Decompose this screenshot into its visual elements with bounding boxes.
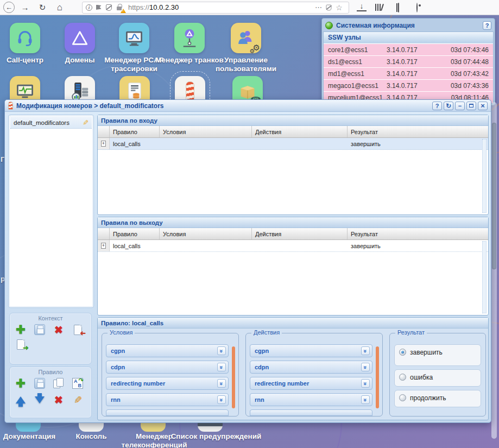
- dialog-help-button[interactable]: ?: [432, 102, 442, 110]
- column-header[interactable]: Правило: [110, 126, 160, 137]
- rule-save-button[interactable]: [33, 377, 46, 390]
- column-header[interactable]: Результат: [348, 126, 488, 137]
- forward-button[interactable]: →: [18, 1, 32, 14]
- back-button[interactable]: ←: [3, 2, 15, 13]
- table-row[interactable]: megaco1@ecss1 3.14.0.717 03d 07:43:36: [324, 80, 493, 91]
- result-option-finish[interactable]: завершить: [394, 344, 481, 366]
- chevron-down-icon[interactable]: »: [361, 395, 370, 404]
- action-dropdown[interactable]: cdpn »: [250, 361, 372, 374]
- system-info-help-button[interactable]: ?: [483, 21, 491, 30]
- insecure-lock-icon[interactable]: [115, 3, 123, 11]
- row-expand-button[interactable]: +: [101, 141, 106, 147]
- context-save-button[interactable]: [33, 323, 46, 336]
- actions-scrollbar[interactable]: [376, 346, 379, 408]
- home-button[interactable]: ⌂: [53, 1, 67, 14]
- dialog-close-button[interactable]: ×: [478, 102, 488, 110]
- site-info-icon[interactable]: i: [86, 4, 92, 11]
- row-expand-button[interactable]: +: [101, 243, 106, 249]
- node-version: 3.14.0.717: [387, 58, 437, 66]
- rule-copy-button[interactable]: [52, 377, 65, 390]
- table-scrollbar[interactable]: [482, 241, 487, 313]
- table-row[interactable]: + local_calls завершить: [98, 240, 488, 252]
- radio-icon[interactable]: [399, 394, 406, 401]
- chevron-down-icon[interactable]: »: [361, 379, 370, 388]
- table-row[interactable]: core1@ecss1 3.14.0.717 03d 07:43:46: [324, 44, 493, 55]
- context-add-button[interactable]: ✚: [14, 323, 27, 336]
- bookmark-star-icon[interactable]: ☆: [335, 3, 343, 11]
- result-option-continue[interactable]: продолжить: [394, 390, 481, 407]
- table-row[interactable]: md1@ecss1 3.14.0.717 03d 07:43:42: [324, 68, 493, 79]
- permissions-icon[interactable]: [94, 3, 103, 11]
- app-icon-label[interactable]: Список предупреждений: [170, 432, 262, 441]
- result-option-error[interactable]: ошибка: [394, 369, 481, 387]
- action-dropdown[interactable]: [250, 409, 372, 416]
- context-import-button[interactable]: ➜: [71, 323, 84, 336]
- result-fieldset: Результат завершить ошибка продолжить: [389, 333, 486, 417]
- url-text[interactable]: https://10.0.2.30: [128, 3, 314, 11]
- table-row[interactable]: + local_calls завершить: [98, 138, 488, 150]
- chevron-down-icon[interactable]: »: [361, 346, 370, 355]
- sidebar-icon[interactable]: [394, 3, 403, 12]
- condition-dropdown[interactable]: cgpn »: [106, 344, 229, 357]
- url-host: 10.0.2.30: [149, 3, 179, 11]
- url-bar[interactable]: i https://10.0.2.30 ⋯ ☆: [82, 2, 349, 14]
- column-header[interactable]: Условия: [160, 126, 252, 137]
- rule-move-down-button[interactable]: [33, 393, 46, 406]
- console-icon[interactable]: [79, 423, 104, 432]
- table-row[interactable]: ds1@ecss1 3.14.0.717 03d 07:44:48: [324, 56, 493, 67]
- tracking-protection-icon[interactable]: [105, 3, 113, 11]
- condition-dropdown[interactable]: redirecting number »: [106, 377, 229, 390]
- action-dropdown[interactable]: cgpn »: [250, 344, 372, 357]
- reload-button[interactable]: ↻: [35, 1, 49, 14]
- arrow-down-icon: [35, 396, 45, 403]
- radio-selected-icon[interactable]: [399, 349, 406, 356]
- radio-icon[interactable]: [399, 374, 406, 381]
- chevron-down-icon[interactable]: »: [217, 379, 226, 388]
- dialog-maximize-button[interactable]: [466, 102, 476, 110]
- column-header[interactable]: Правило: [110, 228, 160, 239]
- teleconference-manager-icon[interactable]: [141, 423, 166, 432]
- dialog-refresh-button[interactable]: ↻: [444, 102, 453, 110]
- action-dropdown[interactable]: redirecting number »: [250, 377, 372, 390]
- table-scrollbar[interactable]: [482, 139, 487, 213]
- account-icon[interactable]: [412, 3, 422, 12]
- context-list-item[interactable]: default_modificators ✎: [10, 117, 92, 129]
- library-icon[interactable]: [375, 4, 385, 11]
- rule-add-button[interactable]: ✚: [14, 377, 27, 390]
- warning-list-icon[interactable]: [198, 423, 223, 432]
- context-delete-button[interactable]: ✖: [52, 323, 65, 336]
- column-header[interactable]: Действия: [252, 126, 348, 137]
- edit-pencil-icon[interactable]: ✎: [81, 119, 90, 125]
- column-header[interactable]: Результат: [348, 228, 488, 239]
- condition-dropdown[interactable]: rnn »: [106, 393, 229, 406]
- status-orb-icon: [325, 22, 333, 29]
- chevron-down-icon[interactable]: »: [361, 363, 370, 371]
- chevron-down-icon[interactable]: »: [217, 363, 226, 371]
- conditions-scrollbar[interactable]: [232, 346, 235, 408]
- url-scheme: https://: [128, 3, 149, 11]
- server-icon: [70, 81, 90, 102]
- result-option-label: ошибка: [410, 374, 433, 381]
- page-scrollbar[interactable]: [491, 102, 497, 439]
- page-actions-icon[interactable]: ⋯: [314, 3, 323, 11]
- chevron-down-icon[interactable]: »: [217, 395, 226, 404]
- rule-edit-button[interactable]: ✎: [71, 393, 84, 406]
- rule-delete-button[interactable]: ✖: [52, 393, 65, 406]
- rule-rename-button[interactable]: AB↷: [71, 377, 84, 390]
- condition-dropdown[interactable]: [106, 409, 229, 416]
- rule-move-up-button[interactable]: [14, 393, 27, 406]
- downloads-icon[interactable]: ↓: [357, 3, 367, 11]
- dialog-minimize-button[interactable]: −: [455, 102, 465, 110]
- action-dropdown[interactable]: rnn »: [250, 393, 372, 406]
- condition-dropdown[interactable]: cdpn »: [106, 361, 229, 374]
- column-header[interactable]: Действия: [252, 228, 348, 239]
- context-export-button[interactable]: ➜: [14, 338, 27, 351]
- documentation-icon[interactable]: [16, 423, 41, 432]
- bookmark-shield-icon[interactable]: [325, 3, 333, 11]
- column-header[interactable]: Условия: [160, 228, 252, 239]
- app-icon-user-management[interactable]: ⚙ ⚙ Управление пользователями: [211, 23, 281, 73]
- page-scrollbar-thumb[interactable]: [492, 123, 496, 269]
- dialog-titlebar[interactable]: Модификация номеров > default_modificato…: [5, 100, 491, 112]
- chevron-down-icon[interactable]: »: [217, 346, 226, 355]
- domains-icon: [65, 23, 95, 53]
